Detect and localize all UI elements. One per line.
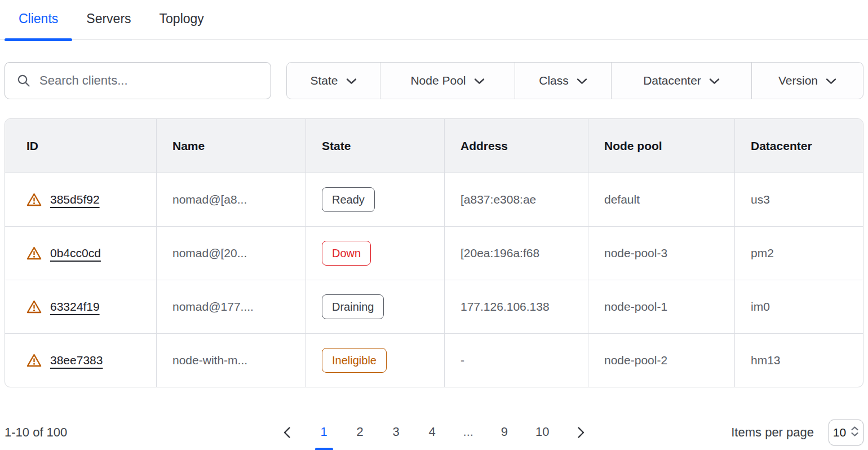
filter-state-dropdown[interactable]: State: [287, 63, 380, 99]
pagination-range-label: 1-10 of 100: [5, 425, 281, 440]
page-button-1[interactable]: 1: [319, 425, 329, 440]
tab-servers[interactable]: Servers: [72, 0, 145, 39]
node-pool-cell: default: [588, 173, 735, 226]
column-header-address[interactable]: Address: [445, 119, 588, 173]
state-badge: Draining: [322, 294, 384, 319]
table-row[interactable]: 385d5f92 nomad@[a8... Ready [a837:e308:a…: [5, 173, 863, 226]
warning-triangle-icon: [26, 353, 42, 368]
tab-topology[interactable]: Toplogy: [145, 0, 218, 39]
column-header-id[interactable]: ID: [5, 119, 157, 173]
clients-table: ID Name State Address Node pool Datacent…: [5, 118, 863, 387]
filter-group: State Node Pool Class Datacenter: [286, 62, 863, 99]
name-cell: nomad@[20...: [157, 227, 306, 280]
page-button-3[interactable]: 3: [391, 425, 401, 440]
column-header-datacenter[interactable]: Datacenter: [735, 119, 863, 173]
search-box[interactable]: [5, 62, 271, 99]
chevron-down-icon: [346, 74, 357, 87]
state-badge: Down: [322, 241, 371, 266]
items-per-page-label: Items per page: [731, 425, 814, 440]
previous-page-button[interactable]: [281, 424, 293, 441]
items-per-page-value: 10: [833, 426, 846, 439]
filter-state-label: State: [310, 74, 338, 87]
filter-node-pool-label: Node Pool: [410, 74, 466, 87]
page-button-2[interactable]: 2: [355, 425, 365, 440]
table-header-row: ID Name State Address Node pool Datacent…: [5, 119, 863, 173]
client-id-link[interactable]: 385d5f92: [50, 193, 100, 206]
filter-version-label: Version: [778, 74, 818, 87]
client-id-link[interactable]: 38ee7383: [50, 354, 103, 367]
search-icon: [16, 73, 31, 88]
address-cell: [20ea:196a:f68: [445, 227, 588, 280]
page-button-9[interactable]: 9: [499, 425, 510, 440]
state-cell: Draining: [306, 280, 445, 333]
datacenter-cell: pm2: [735, 227, 863, 280]
column-header-name[interactable]: Name: [157, 119, 306, 173]
table-row[interactable]: 0b4cc0cd nomad@[20... Down [20ea:196a:f6…: [5, 226, 863, 280]
stepper-icon: [851, 426, 859, 440]
column-header-node-pool[interactable]: Node pool: [588, 119, 735, 173]
filter-node-pool-dropdown[interactable]: Node Pool: [380, 63, 515, 99]
filter-datacenter-dropdown[interactable]: Datacenter: [612, 63, 752, 99]
address-cell: 177.126.106.138: [445, 280, 588, 333]
datacenter-cell: us3: [735, 173, 863, 226]
warning-triangle-icon: [26, 299, 42, 314]
pagination-bar: 1-10 of 100 1 2 3 4 ... 9 10 Items per p…: [5, 415, 863, 450]
clients-page: Clients Servers Toplogy State Node Pool: [0, 0, 868, 450]
chevron-down-icon: [577, 74, 587, 87]
name-cell: nomad@177....: [157, 280, 306, 333]
client-id-link[interactable]: 63324f19: [50, 300, 100, 314]
pagination-controls: 1 2 3 4 ... 9 10: [281, 424, 588, 441]
filter-class-dropdown[interactable]: Class: [515, 63, 612, 99]
page-button-4[interactable]: 4: [427, 425, 437, 440]
column-header-state[interactable]: State: [306, 119, 445, 173]
address-cell: -: [445, 334, 588, 387]
node-pool-cell: node-pool-2: [588, 334, 735, 387]
next-page-button[interactable]: [575, 424, 587, 441]
filter-datacenter-label: Datacenter: [643, 74, 701, 87]
node-pool-cell: node-pool-1: [588, 280, 735, 333]
state-badge: Ready: [322, 187, 375, 212]
state-cell: Ineligible: [306, 334, 445, 387]
address-cell: [a837:e308:ae: [445, 173, 588, 226]
table-row[interactable]: 63324f19 nomad@177.... Draining 177.126.…: [5, 280, 863, 333]
name-cell: node-with-m...: [157, 334, 306, 387]
page-ellipsis: ...: [463, 425, 473, 440]
warning-triangle-icon: [26, 192, 42, 207]
table-row[interactable]: 38ee7383 node-with-m... Ineligible - nod…: [5, 333, 863, 387]
state-cell: Ready: [306, 173, 445, 226]
items-per-page-select[interactable]: 10: [829, 420, 863, 445]
search-input[interactable]: [39, 73, 259, 88]
chevron-down-icon: [474, 74, 485, 87]
id-cell: 0b4cc0cd: [5, 227, 157, 280]
datacenter-cell: hm13: [735, 334, 863, 387]
items-per-page: Items per page 10: [587, 420, 863, 445]
chevron-down-icon: [826, 74, 836, 87]
tab-bar: Clients Servers Toplogy: [0, 0, 868, 40]
filter-version-dropdown[interactable]: Version: [752, 63, 863, 99]
toolbar: State Node Pool Class Datacenter: [5, 62, 863, 99]
tab-clients[interactable]: Clients: [5, 0, 72, 39]
id-cell: 63324f19: [5, 280, 157, 333]
name-cell: nomad@[a8...: [157, 173, 306, 226]
state-badge: Ineligible: [322, 348, 387, 373]
client-id-link[interactable]: 0b4cc0cd: [50, 246, 101, 260]
state-cell: Down: [306, 227, 445, 280]
warning-triangle-icon: [26, 246, 42, 261]
filter-class-label: Class: [539, 74, 569, 87]
chevron-down-icon: [709, 74, 720, 87]
page-button-10[interactable]: 10: [535, 425, 549, 440]
datacenter-cell: im0: [735, 280, 863, 333]
node-pool-cell: node-pool-3: [588, 227, 735, 280]
id-cell: 38ee7383: [5, 334, 157, 387]
id-cell: 385d5f92: [5, 173, 157, 226]
